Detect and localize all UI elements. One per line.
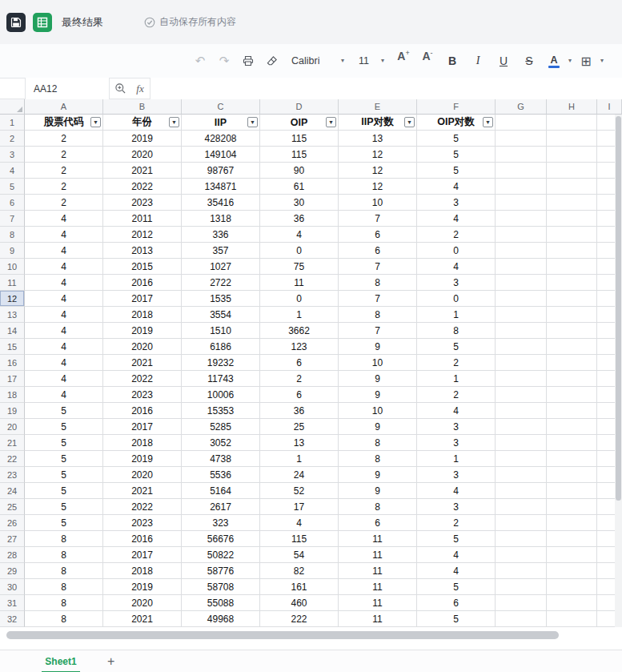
save-icon[interactable] bbox=[6, 13, 26, 32]
data-cell[interactable]: 5 bbox=[25, 403, 103, 419]
underline-button[interactable]: U bbox=[493, 50, 514, 71]
row-header-9[interactable]: 9 bbox=[0, 243, 25, 259]
data-cell[interactable]: 4 bbox=[25, 387, 103, 403]
empty-cell[interactable] bbox=[547, 579, 597, 595]
data-cell[interactable]: 2020 bbox=[103, 147, 182, 163]
data-cell[interactable]: 13 bbox=[260, 435, 339, 451]
empty-cell[interactable] bbox=[547, 483, 597, 499]
data-cell[interactable]: 0 bbox=[417, 243, 496, 259]
data-cell[interactable]: 30 bbox=[260, 195, 339, 211]
select-all-corner[interactable] bbox=[0, 99, 25, 115]
data-cell[interactable]: 75 bbox=[260, 259, 339, 275]
empty-cell[interactable] bbox=[496, 579, 547, 595]
data-cell[interactable]: 2018 bbox=[103, 563, 182, 579]
data-cell[interactable]: 52 bbox=[260, 483, 339, 499]
data-cell[interactable]: 2 bbox=[25, 147, 103, 163]
data-cell[interactable]: 6 bbox=[339, 515, 417, 531]
data-cell[interactable]: 5 bbox=[25, 419, 103, 435]
data-cell[interactable]: 4 bbox=[25, 243, 103, 259]
data-cell[interactable]: 11 bbox=[339, 611, 417, 627]
empty-cell[interactable] bbox=[547, 147, 597, 163]
row-header-24[interactable]: 24 bbox=[0, 483, 25, 499]
clear-format-button[interactable] bbox=[263, 50, 282, 71]
column-header-g[interactable]: G bbox=[496, 99, 547, 115]
data-cell[interactable]: 8 bbox=[339, 499, 417, 515]
data-cell[interactable]: 8 bbox=[339, 435, 417, 451]
data-cell[interactable]: 4 bbox=[417, 547, 496, 563]
empty-cell[interactable] bbox=[496, 611, 547, 627]
empty-cell[interactable] bbox=[547, 467, 597, 483]
data-cell[interactable]: 115 bbox=[260, 131, 339, 147]
decrease-font-button[interactable]: A - bbox=[418, 50, 437, 71]
data-cell[interactable]: 2 bbox=[417, 227, 496, 243]
empty-cell[interactable] bbox=[496, 147, 547, 163]
data-cell[interactable]: 2 bbox=[417, 387, 496, 403]
data-cell[interactable]: 6 bbox=[260, 355, 339, 371]
row-header-2[interactable]: 2 bbox=[0, 131, 25, 147]
data-cell[interactable]: 4 bbox=[25, 339, 103, 355]
empty-cell[interactable] bbox=[547, 515, 597, 531]
filter-dropdown-button[interactable]: ▼ bbox=[404, 117, 415, 127]
data-cell[interactable]: 9 bbox=[339, 483, 417, 499]
row-header-11[interactable]: 11 bbox=[0, 275, 25, 291]
data-cell[interactable]: 4 bbox=[260, 515, 339, 531]
empty-cell[interactable] bbox=[496, 371, 547, 387]
empty-cell[interactable] bbox=[547, 419, 597, 435]
data-cell[interactable]: 1 bbox=[417, 307, 496, 323]
row-header-10[interactable]: 10 bbox=[0, 259, 25, 275]
row-header-16[interactable]: 16 bbox=[0, 355, 25, 371]
data-cell[interactable]: 1510 bbox=[182, 323, 260, 339]
data-cell[interactable]: 4 bbox=[25, 323, 103, 339]
data-cell[interactable]: 2022 bbox=[103, 499, 182, 515]
horizontal-scrollbar[interactable] bbox=[0, 630, 622, 641]
column-header-d[interactable]: D bbox=[260, 99, 339, 115]
data-cell[interactable]: 5 bbox=[25, 435, 103, 451]
row-header-3[interactable]: 3 bbox=[0, 147, 25, 163]
row-header-29[interactable]: 29 bbox=[0, 563, 25, 579]
data-cell[interactable]: 5 bbox=[25, 499, 103, 515]
data-cell[interactable]: 82 bbox=[260, 563, 339, 579]
data-cell[interactable]: 4738 bbox=[182, 451, 260, 467]
data-cell[interactable]: 1 bbox=[260, 307, 339, 323]
data-cell[interactable]: 8 bbox=[339, 451, 417, 467]
data-cell[interactable]: 4 bbox=[417, 403, 496, 419]
data-cell[interactable]: 115 bbox=[260, 147, 339, 163]
data-cell[interactable]: 2021 bbox=[103, 483, 182, 499]
data-cell[interactable]: 2016 bbox=[103, 531, 182, 547]
data-cell[interactable]: 10006 bbox=[182, 387, 260, 403]
empty-cell[interactable] bbox=[547, 403, 597, 419]
chevron-down-icon[interactable]: ▾ bbox=[600, 58, 604, 64]
filter-dropdown-button[interactable]: ▼ bbox=[90, 117, 101, 127]
data-cell[interactable]: 3 bbox=[417, 435, 496, 451]
name-box[interactable]: AA12 bbox=[25, 78, 110, 99]
data-cell[interactable]: 149104 bbox=[182, 147, 260, 163]
data-cell[interactable]: 2 bbox=[417, 355, 496, 371]
data-cell[interactable]: 17 bbox=[260, 499, 339, 515]
data-cell[interactable]: 8 bbox=[339, 275, 417, 291]
data-cell[interactable]: 54 bbox=[260, 547, 339, 563]
data-cell[interactable]: 1318 bbox=[182, 211, 260, 227]
data-cell[interactable]: 7 bbox=[339, 211, 417, 227]
data-cell[interactable]: 4 bbox=[417, 179, 496, 195]
data-cell[interactable]: 12 bbox=[339, 163, 417, 179]
data-cell[interactable]: 2018 bbox=[103, 435, 182, 451]
data-cell[interactable]: 1 bbox=[417, 451, 496, 467]
row-header-21[interactable]: 21 bbox=[0, 435, 25, 451]
data-cell[interactable]: 2021 bbox=[103, 163, 182, 179]
column-header-f[interactable]: F bbox=[417, 99, 496, 115]
data-cell[interactable]: 49968 bbox=[182, 611, 260, 627]
data-cell[interactable]: 2016 bbox=[103, 275, 182, 291]
data-cell[interactable]: 2 bbox=[25, 179, 103, 195]
data-cell[interactable]: 2022 bbox=[103, 371, 182, 387]
column-header-i[interactable]: I bbox=[597, 99, 622, 115]
empty-cell[interactable] bbox=[496, 323, 547, 339]
data-cell[interactable]: 3 bbox=[417, 419, 496, 435]
empty-cell[interactable] bbox=[496, 227, 547, 243]
data-cell[interactable]: 5536 bbox=[182, 467, 260, 483]
data-cell[interactable]: 4 bbox=[25, 355, 103, 371]
data-cell[interactable]: 2023 bbox=[103, 387, 182, 403]
data-cell[interactable]: 36 bbox=[260, 403, 339, 419]
row-header-1[interactable]: 1 bbox=[0, 115, 25, 131]
empty-cell[interactable] bbox=[496, 403, 547, 419]
data-cell[interactable]: 2017 bbox=[103, 291, 182, 307]
